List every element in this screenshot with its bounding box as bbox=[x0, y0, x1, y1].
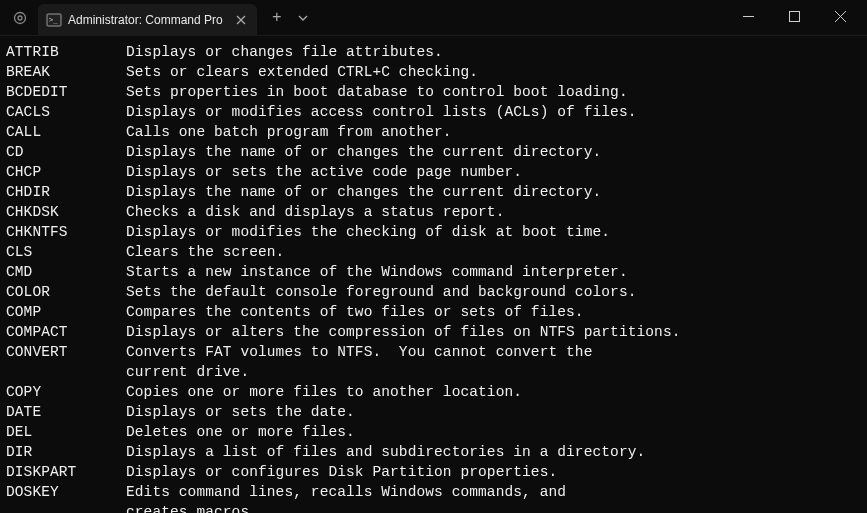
command-row: CALLCalls one batch program from another… bbox=[6, 122, 861, 142]
maximize-button[interactable] bbox=[771, 0, 817, 32]
command-row: CHDIRDisplays the name of or changes the… bbox=[6, 182, 861, 202]
command-description: Displays or sets the date. bbox=[126, 404, 355, 420]
command-description: Sets or clears extended CTRL+C checking. bbox=[126, 64, 478, 80]
command-row: CMDStarts a new instance of the Windows … bbox=[6, 262, 861, 282]
svg-point-1 bbox=[18, 16, 22, 20]
command-description: Displays or configures Disk Partition pr… bbox=[126, 464, 557, 480]
command-description: Displays the name of or changes the curr… bbox=[126, 184, 601, 200]
command-name: BREAK bbox=[6, 62, 126, 82]
command-description: Displays or changes file attributes. bbox=[126, 44, 443, 60]
command-description: Displays or modifies the checking of dis… bbox=[126, 224, 610, 240]
command-continuation: current drive. bbox=[6, 362, 861, 382]
command-name: COMPACT bbox=[6, 322, 126, 342]
command-name: DIR bbox=[6, 442, 126, 462]
command-description: Edits command lines, recalls Windows com… bbox=[126, 484, 566, 500]
command-description: Starts a new instance of the Windows com… bbox=[126, 264, 628, 280]
command-row: DIRDisplays a list of files and subdirec… bbox=[6, 442, 861, 462]
svg-rect-7 bbox=[789, 11, 799, 21]
command-name: COLOR bbox=[6, 282, 126, 302]
command-description: Sets the default console foreground and … bbox=[126, 284, 636, 300]
command-name: COMP bbox=[6, 302, 126, 322]
command-description: Calls one batch program from another. bbox=[126, 124, 452, 140]
cmd-icon: >_ bbox=[46, 12, 62, 28]
command-row: CHKDSKChecks a disk and displays a statu… bbox=[6, 202, 861, 222]
tab-active[interactable]: >_ Administrator: Command Pro bbox=[38, 4, 257, 36]
command-description: Displays or modifies access control list… bbox=[126, 104, 636, 120]
command-name: CALL bbox=[6, 122, 126, 142]
tab-title: Administrator: Command Pro bbox=[68, 13, 223, 27]
close-window-button[interactable] bbox=[817, 0, 863, 32]
command-description: Sets properties in boot database to cont… bbox=[126, 84, 628, 100]
command-continuation: creates macros. bbox=[6, 502, 861, 513]
command-name: DOSKEY bbox=[6, 482, 126, 502]
titlebar-left: >_ Administrator: Command Pro + bbox=[0, 0, 315, 35]
command-description: Checks a disk and displays a status repo… bbox=[126, 204, 504, 220]
command-name: CLS bbox=[6, 242, 126, 262]
command-row: CACLSDisplays or modifies access control… bbox=[6, 102, 861, 122]
command-name: CD bbox=[6, 142, 126, 162]
command-row: DATEDisplays or sets the date. bbox=[6, 402, 861, 422]
command-row: DISKPARTDisplays or configures Disk Part… bbox=[6, 462, 861, 482]
close-tab-button[interactable] bbox=[233, 12, 249, 28]
command-row: COLORSets the default console foreground… bbox=[6, 282, 861, 302]
window-controls bbox=[725, 0, 867, 35]
command-row: CHKNTFSDisplays or modifies the checking… bbox=[6, 222, 861, 242]
command-name: COPY bbox=[6, 382, 126, 402]
command-row: BREAKSets or clears extended CTRL+C chec… bbox=[6, 62, 861, 82]
command-name: CMD bbox=[6, 262, 126, 282]
command-row: COPYCopies one or more files to another … bbox=[6, 382, 861, 402]
command-row: CONVERTConverts FAT volumes to NTFS. You… bbox=[6, 342, 861, 362]
command-name: BCDEDIT bbox=[6, 82, 126, 102]
command-description: Copies one or more files to another loca… bbox=[126, 384, 522, 400]
command-name: CONVERT bbox=[6, 342, 126, 362]
command-description: Displays the name of or changes the curr… bbox=[126, 144, 601, 160]
command-row: COMPCompares the contents of two files o… bbox=[6, 302, 861, 322]
command-name: CACLS bbox=[6, 102, 126, 122]
command-row: DOSKEYEdits command lines, recalls Windo… bbox=[6, 482, 861, 502]
command-row: BCDEDITSets properties in boot database … bbox=[6, 82, 861, 102]
command-name: CHDIR bbox=[6, 182, 126, 202]
command-row: DELDeletes one or more files. bbox=[6, 422, 861, 442]
svg-text:>_: >_ bbox=[49, 16, 58, 24]
command-description: Compares the contents of two files or se… bbox=[126, 304, 584, 320]
command-row: COMPACTDisplays or alters the compressio… bbox=[6, 322, 861, 342]
command-row: CHCPDisplays or sets the active code pag… bbox=[6, 162, 861, 182]
svg-point-0 bbox=[15, 12, 26, 23]
command-description: Displays or alters the compression of fi… bbox=[126, 324, 681, 340]
titlebar: >_ Administrator: Command Pro + bbox=[0, 0, 867, 36]
command-description: Converts FAT volumes to NTFS. You cannot… bbox=[126, 344, 592, 360]
command-row: CLSClears the screen. bbox=[6, 242, 861, 262]
app-settings-icon[interactable] bbox=[6, 4, 34, 32]
tab-dropdown-button[interactable] bbox=[291, 4, 315, 32]
command-name: DEL bbox=[6, 422, 126, 442]
command-row: CDDisplays the name of or changes the cu… bbox=[6, 142, 861, 162]
command-description: Deletes one or more files. bbox=[126, 424, 355, 440]
command-name: CHKNTFS bbox=[6, 222, 126, 242]
command-description: Displays or sets the active code page nu… bbox=[126, 164, 522, 180]
terminal-output[interactable]: ATTRIBDisplays or changes file attribute… bbox=[0, 36, 867, 513]
command-name: CHCP bbox=[6, 162, 126, 182]
command-name: CHKDSK bbox=[6, 202, 126, 222]
command-row: ATTRIBDisplays or changes file attribute… bbox=[6, 42, 861, 62]
minimize-button[interactable] bbox=[725, 0, 771, 32]
command-description: Displays a list of files and subdirector… bbox=[126, 444, 645, 460]
command-name: ATTRIB bbox=[6, 42, 126, 62]
command-description: Clears the screen. bbox=[126, 244, 284, 260]
command-name: DATE bbox=[6, 402, 126, 422]
new-tab-button[interactable]: + bbox=[263, 4, 291, 32]
command-name: DISKPART bbox=[6, 462, 126, 482]
